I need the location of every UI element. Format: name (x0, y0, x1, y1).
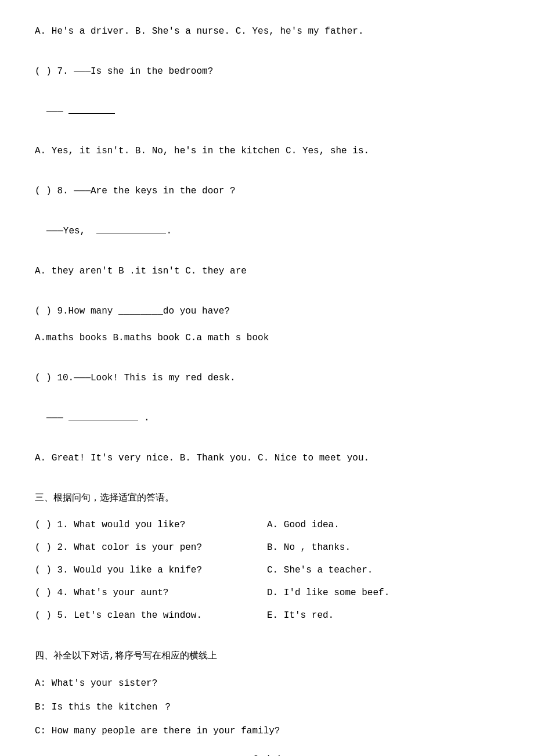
q7-options: A. Yes, it isn't. B. No, he's in the kit… (35, 143, 499, 160)
section3-question: ( ) 4. What's your aunt? (35, 585, 267, 602)
section3-answer: C. She's a teacher. (267, 562, 499, 579)
section3-item: ( ) 1. What would you like?A. Good idea. (35, 517, 499, 534)
q10-answer-prefix: ——— (46, 413, 63, 423)
q8-label: ( ) 8. ———Are the keys in the door ? (35, 183, 499, 200)
section3-question: ( ) 3. Would you like a knife? (35, 562, 267, 579)
q10-answer: ——— . (46, 410, 499, 427)
q9-label: ( ) 9.How many ________do you have? (35, 303, 499, 320)
page-number: 2 / 4 (35, 751, 499, 756)
section3-answer: A. Good idea. (267, 517, 499, 534)
section3-item: ( ) 3. Would you like a knife?C. She's a… (35, 562, 499, 579)
q8-answer-prefix: ———Yes, (46, 226, 85, 236)
section3-answer: E. It's red. (267, 607, 499, 624)
section3-answer: B. No , thanks. (267, 539, 499, 556)
q8-answer-blank (96, 233, 166, 233)
section3-items: ( ) 1. What would you like?A. Good idea.… (35, 517, 499, 624)
section4-dialogue: A: What's your sister? (35, 675, 499, 692)
q10-label: ( ) 10.———Look! This is my red desk. (35, 370, 499, 387)
section3-question: ( ) 2. What color is your pen? (35, 539, 267, 556)
q10-options: A. Great! It's very nice. B. Thank you. … (35, 450, 499, 467)
q9-options: A.maths books B.maths book C.a math s bo… (35, 330, 499, 347)
section3-item: ( ) 4. What's your aunt?D. I'd like some… (35, 585, 499, 602)
q6-options: A. He's a driver. B. She's a nurse. C. Y… (35, 23, 499, 40)
q10-answer-blank (68, 420, 138, 420)
section3-title: 三、根据问句，选择适宜的答语。 (35, 490, 499, 507)
section4-title: 四、补全以下对话,将序号写在相应的横线上 (35, 648, 499, 665)
section3-item: ( ) 2. What color is your pen?B. No , th… (35, 539, 499, 556)
section4-dialogue: C: How many people are there in your fam… (35, 723, 499, 740)
q7-label: ( ) 7. ———Is she in the bedroom? (35, 63, 499, 80)
section3-answer: D. I'd like some beef. (267, 585, 499, 602)
section4-dialogue: B: Is this the kitchen ？ (35, 699, 499, 716)
section3-question: ( ) 1. What would you like? (35, 517, 267, 534)
q8-options: A. they aren't B .it isn't C. they are (35, 263, 499, 280)
q7-answer: ——— (46, 103, 499, 120)
q8-answer: ———Yes, . (46, 223, 499, 240)
section3-question: ( ) 5. Let's clean the window. (35, 607, 267, 624)
q7-answer-blank (68, 113, 115, 114)
section3-item: ( ) 5. Let's clean the window.E. It's re… (35, 607, 499, 624)
section4-dialogues: A: What's your sister?B: Is this the kit… (35, 675, 499, 739)
q7-answer-prefix: ——— (46, 106, 63, 117)
